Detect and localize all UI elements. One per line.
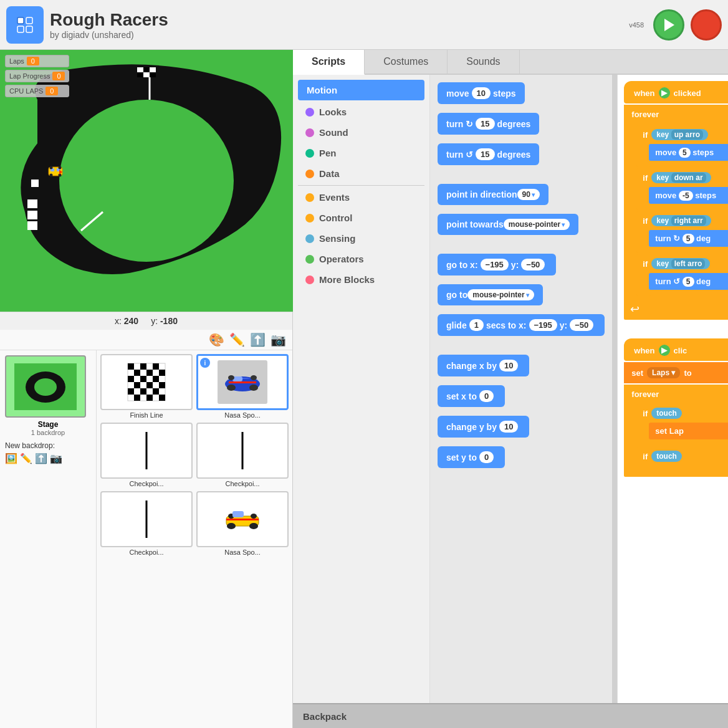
sprite-nasaspo2-thumbnail[interactable] [196, 491, 289, 547]
sprite-checkp1-thumbnail[interactable] [100, 423, 193, 479]
svg-rect-11 [143, 67, 150, 72]
sprite-grid-area: Stage 1 backdrop New backdrop: 🖼️ ✏️ ⬆️ … [0, 350, 292, 728]
category-moreblocks[interactable]: More Blocks [298, 271, 424, 289]
svg-point-72 [251, 514, 257, 519]
stop-button[interactable] [691, 9, 722, 41]
svg-rect-17 [27, 211, 37, 219]
block-set-y-label: set y to [446, 453, 477, 462]
backdrop-camera-button[interactable]: 📷 [50, 453, 62, 464]
block-change-x-label: change x by [446, 361, 497, 371]
project-info: Rough Racers by digiadv (unshared) [50, 10, 629, 40]
block-set-x-label: set x to [446, 391, 477, 401]
sprite-nasa-name: Nasa Spo... [196, 411, 289, 419]
if-label-4: if key left arro [636, 254, 728, 273]
svg-rect-10 [137, 67, 143, 72]
sensing-label: Sensing [319, 233, 355, 244]
block-goto-x[interactable]: −195 [481, 259, 509, 271]
scroll-divider[interactable] [612, 75, 617, 703]
block-glide-x[interactable]: −195 [529, 319, 557, 331]
operators-dot [305, 255, 314, 264]
sprite-checkp2-thumbnail[interactable] [196, 423, 289, 479]
tab-scripts[interactable]: Scripts [293, 50, 365, 75]
block-change-y[interactable]: change y by 10 [438, 416, 529, 438]
block-set-x-value[interactable]: 0 [479, 390, 494, 402]
block-move[interactable]: move 10 steps [438, 82, 525, 104]
set-lap-block: set Lap [649, 423, 728, 439]
category-pen[interactable]: Pen [298, 144, 424, 162]
script-viewer-inner: when ▶ when clicked clicked forever [618, 75, 728, 703]
svg-rect-37 [146, 370, 153, 376]
camera-sprite-button[interactable]: 📷 [271, 332, 286, 347]
category-data[interactable]: Data [298, 165, 424, 183]
forever-label: forever [624, 105, 728, 124]
svg-rect-19 [31, 180, 39, 187]
if-text-1: if [643, 130, 648, 140]
green-flag-icon-2: ▶ [659, 345, 670, 356]
sprites-grid: Finish Line i [100, 354, 289, 556]
block-point-towards-value[interactable]: mouse-pointer ▾ [504, 219, 570, 230]
sprite-checkp3-thumbnail[interactable] [100, 491, 193, 547]
backpack-bar[interactable]: Backpack [293, 703, 728, 728]
sprite-info-badge[interactable]: i [200, 358, 210, 368]
block-glide-secs[interactable]: 1 [469, 319, 484, 331]
events-label: Events [319, 192, 350, 203]
block-set-y[interactable]: set y to 0 [438, 446, 505, 468]
svg-rect-39 [128, 376, 134, 382]
stage-thumbnail[interactable] [5, 355, 86, 418]
svg-rect-42 [134, 382, 140, 388]
block-change-y-value[interactable]: 10 [499, 421, 518, 433]
block-point-dir[interactable]: point in direction 90 ▾ [438, 184, 548, 205]
category-events[interactable]: Events [298, 188, 424, 206]
paint-sprite-button[interactable]: 🎨 [209, 332, 224, 347]
tab-sounds[interactable]: Sounds [448, 50, 519, 74]
y-coord-value: -180 [160, 316, 178, 326]
edit-sprite-button[interactable]: ✏️ [229, 332, 245, 347]
backdrop-paint-button[interactable]: ✏️ [20, 453, 32, 464]
block-go-to-xy[interactable]: go to x: −195 y: −50 [438, 254, 556, 275]
script-viewer[interactable]: when ▶ when clicked clicked forever [617, 75, 728, 703]
category-looks[interactable]: Looks [298, 103, 424, 121]
project-title: Rough Racers [50, 10, 629, 30]
block-turn-cw[interactable]: turn ↻ 15 degrees [438, 113, 539, 135]
block-point-dir-value[interactable]: 90 ▾ [517, 189, 540, 200]
svg-rect-0 [12, 12, 37, 37]
green-flag-button[interactable] [653, 9, 684, 41]
upload-sprite-button[interactable]: ⬆️ [250, 332, 266, 347]
block-change-x[interactable]: change x by 10 [438, 355, 529, 376]
block-turn-ccw[interactable]: turn ↺ 15 degrees [438, 143, 539, 165]
backdrop-image-button[interactable]: 🖼️ [5, 453, 17, 464]
category-motion[interactable]: Motion [298, 80, 424, 100]
if-touch-2: if touch [636, 447, 728, 471]
tab-costumes[interactable]: Costumes [365, 50, 448, 74]
sprite-panel: 🎨 ✏️ ⬆️ 📷 Stage 1 backdrop [0, 330, 292, 728]
category-sound[interactable]: Sound [298, 123, 424, 141]
forever-2-body: if touch set Lap [636, 404, 728, 471]
block-point-towards[interactable]: point towards mouse-pointer ▾ [438, 214, 578, 235]
sprite-finish-thumbnail[interactable] [100, 354, 193, 410]
sprite-checkp2-name: Checkpoi... [196, 480, 289, 487]
category-operators[interactable]: Operators [298, 250, 424, 268]
category-sensing[interactable]: Sensing [298, 229, 424, 247]
block-change-x-value[interactable]: 10 [499, 360, 518, 371]
block-turn-ccw-value[interactable]: 15 [476, 148, 494, 160]
block-set-y-value[interactable]: 0 [479, 451, 494, 463]
block-go-to-value[interactable]: mouse-pointer ▾ [467, 289, 534, 300]
block-glide-y[interactable]: −50 [570, 319, 593, 331]
version-badge: v458 [629, 21, 644, 29]
backdrop-upload-button[interactable]: ⬆️ [35, 453, 47, 464]
svg-point-23 [50, 174, 53, 177]
block-glide[interactable]: glide 1 secs to x: −195 y: −50 [438, 314, 605, 336]
sprite-nasa-thumbnail[interactable]: i [196, 354, 289, 410]
block-goto-y[interactable]: −50 [521, 259, 545, 271]
svg-rect-45 [128, 388, 134, 395]
block-move-value[interactable]: 10 [472, 87, 491, 99]
block-go-to[interactable]: go to mouse-pointer ▾ [438, 284, 543, 305]
svg-rect-12 [150, 67, 156, 72]
category-control[interactable]: Control [298, 209, 424, 227]
sound-label: Sound [319, 127, 348, 138]
block-turn-cw-value[interactable]: 15 [476, 118, 494, 130]
top-bar: Rough Racers by digiadv (unshared) v458 [0, 0, 728, 50]
block-set-x[interactable]: set x to 0 [438, 385, 505, 407]
svg-rect-38 [159, 370, 165, 376]
looks-dot [305, 108, 314, 117]
